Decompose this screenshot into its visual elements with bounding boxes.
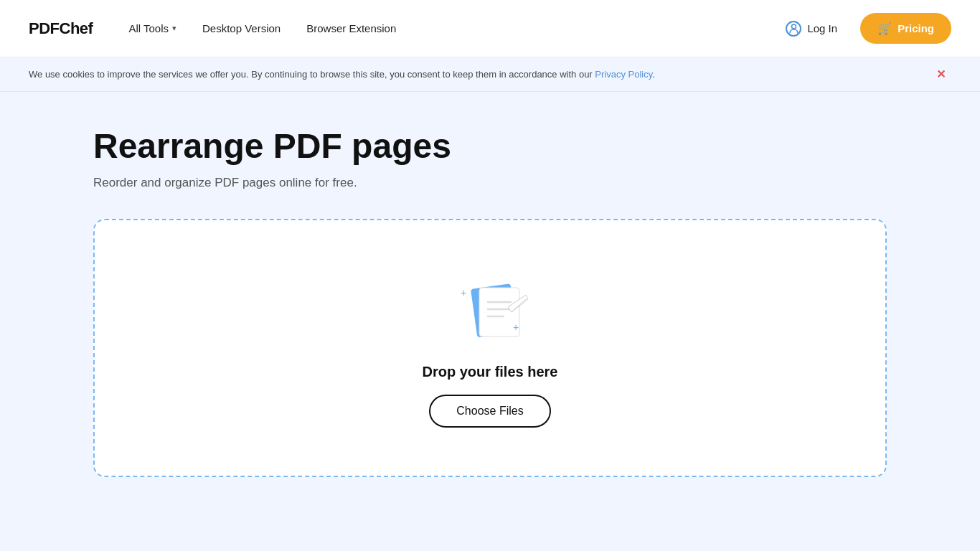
nav-browser-extension[interactable]: Browser Extension bbox=[306, 22, 396, 34]
drop-zone-illustration: + + bbox=[443, 268, 537, 347]
main-content: Rearrange PDF pages Reorder and organize… bbox=[0, 92, 980, 513]
privacy-policy-link[interactable]: Privacy Policy bbox=[595, 69, 652, 80]
cookie-banner: We use cookies to improve the services w… bbox=[0, 57, 980, 92]
page-subtitle: Reorder and organize PDF pages online fo… bbox=[93, 176, 887, 190]
drop-zone-text: Drop your files here bbox=[423, 364, 558, 380]
login-button[interactable]: Log In bbox=[774, 15, 849, 42]
nav-all-tools[interactable]: All Tools ▾ bbox=[128, 22, 176, 34]
page-title: Rearrange PDF pages bbox=[93, 128, 887, 166]
main-nav: All Tools ▾ Desktop Version Browser Exte… bbox=[128, 22, 774, 34]
cookie-close-button[interactable]: ✕ bbox=[930, 65, 951, 84]
cart-icon: 🛒 bbox=[877, 22, 892, 35]
chevron-down-icon: ▾ bbox=[172, 24, 176, 33]
header-actions: Log In 🛒 Pricing bbox=[774, 13, 951, 44]
svg-text:+: + bbox=[513, 321, 519, 333]
svg-text:+: + bbox=[461, 287, 466, 298]
logo[interactable]: PDFChef bbox=[29, 19, 93, 38]
pricing-button[interactable]: 🛒 Pricing bbox=[860, 13, 951, 44]
choose-files-button[interactable]: Choose Files bbox=[429, 395, 550, 428]
drop-zone[interactable]: + + Drop your files here Choose Files bbox=[93, 219, 887, 477]
svg-point-0 bbox=[791, 24, 796, 29]
header: PDFChef All Tools ▾ Desktop Version Brow… bbox=[0, 0, 980, 57]
user-icon bbox=[786, 21, 801, 37]
cookie-text: We use cookies to improve the services w… bbox=[29, 69, 655, 80]
nav-desktop-version[interactable]: Desktop Version bbox=[202, 22, 281, 34]
